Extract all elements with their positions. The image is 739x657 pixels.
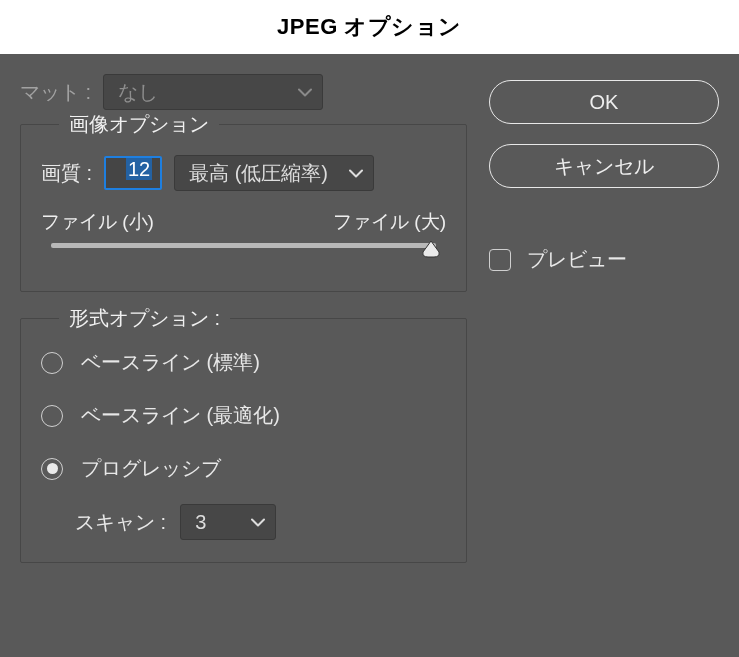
scan-label: スキャン : xyxy=(75,509,166,536)
title-text: JPEG オプション xyxy=(277,12,462,42)
radio-label-progressive: プログレッシブ xyxy=(81,455,221,482)
file-large-label: ファイル (大) xyxy=(333,209,446,235)
radio-icon xyxy=(41,405,63,427)
scan-value: 3 xyxy=(195,511,206,534)
quality-row: 画質 : 12 最高 (低圧縮率) xyxy=(41,155,446,191)
format-options-legend: 形式オプション : xyxy=(59,305,230,332)
checkbox-icon xyxy=(489,249,511,271)
matte-select[interactable]: なし xyxy=(103,74,323,110)
file-small-label: ファイル (小) xyxy=(41,209,154,235)
matte-value: なし xyxy=(118,79,158,106)
ok-button[interactable]: OK xyxy=(489,80,719,124)
radio-icon xyxy=(41,352,63,374)
quality-input[interactable]: 12 xyxy=(104,156,162,190)
image-options-group: 画像オプション 画質 : 12 最高 (低圧縮率) ファイル (小) ファイル … xyxy=(20,124,467,292)
quality-preset-value: 最高 (低圧縮率) xyxy=(189,160,328,187)
chevron-down-icon xyxy=(251,518,265,528)
dialog-content: マット : なし 画像オプション 画質 : 12 最高 (低圧縮率) xyxy=(0,54,739,609)
quality-preset-select[interactable]: 最高 (低圧縮率) xyxy=(174,155,374,191)
chevron-down-icon xyxy=(298,88,312,98)
matte-row: マット : なし xyxy=(20,74,467,110)
radio-baseline-standard[interactable]: ベースライン (標準) xyxy=(41,349,446,376)
format-options-group: 形式オプション : ベースライン (標準) ベースライン (最適化) プログレッ… xyxy=(20,318,467,563)
quality-value: 12 xyxy=(126,158,152,180)
preview-label: プレビュー xyxy=(527,246,627,273)
radio-progressive[interactable]: プログレッシブ xyxy=(41,455,446,482)
cancel-button[interactable]: キャンセル xyxy=(489,144,719,188)
slider-thumb[interactable] xyxy=(420,239,442,259)
radio-icon xyxy=(41,458,63,480)
cancel-label: キャンセル xyxy=(554,153,654,180)
radio-label-baseline-standard: ベースライン (標準) xyxy=(81,349,260,376)
quality-label: 画質 : xyxy=(41,160,92,187)
ok-label: OK xyxy=(590,91,619,114)
slider-track xyxy=(51,243,436,248)
slider-labels: ファイル (小) ファイル (大) xyxy=(41,209,446,235)
radio-label-baseline-optimized: ベースライン (最適化) xyxy=(81,402,280,429)
chevron-down-icon xyxy=(349,169,363,179)
quality-slider[interactable] xyxy=(41,239,446,269)
image-options-legend: 画像オプション xyxy=(59,111,219,138)
matte-label: マット : xyxy=(20,79,91,106)
preview-checkbox[interactable]: プレビュー xyxy=(489,246,719,273)
scan-select[interactable]: 3 xyxy=(180,504,276,540)
dialog-title: JPEG オプション xyxy=(0,0,739,54)
radio-baseline-optimized[interactable]: ベースライン (最適化) xyxy=(41,402,446,429)
scan-row: スキャン : 3 xyxy=(75,504,446,540)
